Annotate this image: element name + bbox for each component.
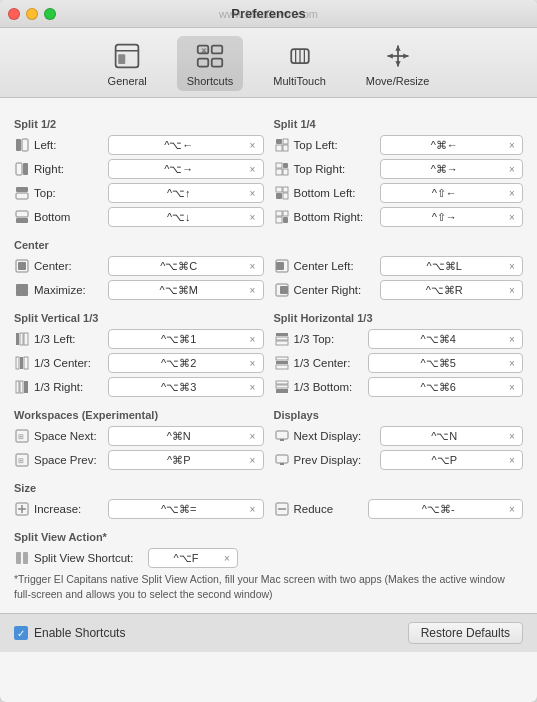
- top-clear[interactable]: ×: [247, 187, 259, 199]
- bottom-field[interactable]: ^⌥↓ ×: [108, 207, 264, 227]
- hthird-bottom-icon: [274, 379, 290, 395]
- third-right-field[interactable]: ^⌥⌘3 ×: [108, 377, 264, 397]
- increase-row: Increase: ^⌥⌘= ×: [14, 499, 264, 519]
- prev-display-field[interactable]: ^⌥P ×: [380, 450, 524, 470]
- svg-marker-16: [387, 53, 392, 58]
- splitview-shortcut: ^⌥F: [153, 552, 219, 565]
- enable-shortcuts-label: Enable Shortcuts: [34, 626, 125, 640]
- svg-rect-2: [118, 54, 125, 64]
- topleft-label: Top Left:: [294, 139, 376, 151]
- centerleft-field[interactable]: ^⌥⌘L ×: [380, 256, 524, 276]
- space-next-row: ⊞ Space Next: ^⌘N ×: [14, 426, 264, 446]
- hthird-bottom-clear[interactable]: ×: [506, 381, 518, 393]
- maximize-button[interactable]: [44, 8, 56, 20]
- toolbar-general[interactable]: General: [98, 36, 157, 91]
- bottomright-field[interactable]: ^⇧→ ×: [380, 207, 524, 227]
- svg-rect-30: [276, 163, 282, 168]
- topleft-shortcut: ^⌘←: [385, 139, 505, 152]
- svg-rect-18: [16, 139, 21, 151]
- restore-defaults-button[interactable]: Restore Defaults: [408, 622, 523, 644]
- topright-clear[interactable]: ×: [506, 163, 518, 175]
- center-right-spacer: [274, 239, 524, 251]
- right-clear[interactable]: ×: [247, 163, 259, 175]
- right-field[interactable]: ^⌥→ ×: [108, 159, 264, 179]
- bottomleft-icon: [274, 185, 290, 201]
- third-right-clear[interactable]: ×: [247, 381, 259, 393]
- topleft-field[interactable]: ^⌘← ×: [380, 135, 524, 155]
- svg-rect-63: [276, 365, 288, 369]
- centerright-label: Center Right:: [294, 284, 376, 296]
- next-display-clear[interactable]: ×: [506, 430, 518, 442]
- hthird-top-field[interactable]: ^⌥⌘4 ×: [368, 329, 524, 349]
- centerleft-clear[interactable]: ×: [506, 260, 518, 272]
- horiz-third-col: Split Horizontal 1/3 1/3 Top: ^⌥⌘4 ×: [274, 304, 524, 401]
- svg-rect-64: [276, 381, 288, 384]
- hthird-top-clear[interactable]: ×: [506, 333, 518, 345]
- svg-rect-44: [16, 284, 28, 296]
- top-label: Top:: [34, 187, 104, 199]
- minimize-button[interactable]: [26, 8, 38, 20]
- bottom-clear[interactable]: ×: [247, 211, 259, 223]
- hthird-center-field[interactable]: ^⌥⌘5 ×: [368, 353, 524, 373]
- svg-rect-56: [20, 381, 23, 393]
- top-field[interactable]: ^⌥↑ ×: [108, 183, 264, 203]
- bottomright-clear[interactable]: ×: [506, 211, 518, 223]
- third-center-field[interactable]: ^⌥⌘2 ×: [108, 353, 264, 373]
- centerleft-shortcut: ^⌥⌘L: [385, 260, 505, 273]
- toolbar-moveresize[interactable]: Move/Resize: [356, 36, 440, 91]
- space-next-clear[interactable]: ×: [247, 430, 259, 442]
- space-prev-field[interactable]: ^⌘P ×: [108, 450, 264, 470]
- space-next-field[interactable]: ^⌘N ×: [108, 426, 264, 446]
- topright-field[interactable]: ^⌘→ ×: [380, 159, 524, 179]
- close-button[interactable]: [8, 8, 20, 20]
- svg-rect-35: [276, 193, 282, 199]
- center-field[interactable]: ^⌥⌘C ×: [108, 256, 264, 276]
- splitview-clear[interactable]: ×: [221, 552, 233, 564]
- centerright-shortcut: ^⌥⌘R: [385, 284, 505, 297]
- svg-rect-36: [283, 187, 288, 192]
- enable-shortcuts-row[interactable]: ✓ Enable Shortcuts: [14, 626, 125, 640]
- next-display-field[interactable]: ^⌥N ×: [380, 426, 524, 446]
- next-display-row: Next Display: ^⌥N ×: [274, 426, 524, 446]
- third-left-clear[interactable]: ×: [247, 333, 259, 345]
- maximize-field[interactable]: ^⌥⌘M ×: [108, 280, 264, 300]
- center-clear[interactable]: ×: [247, 260, 259, 272]
- svg-rect-37: [283, 193, 288, 199]
- topleft-clear[interactable]: ×: [506, 139, 518, 151]
- maximize-clear[interactable]: ×: [247, 284, 259, 296]
- svg-rect-38: [276, 211, 282, 216]
- bottomright-label: Bottom Right:: [294, 211, 376, 223]
- space-prev-clear[interactable]: ×: [247, 454, 259, 466]
- centerright-field[interactable]: ^⌥⌘R ×: [380, 280, 524, 300]
- hthird-center-clear[interactable]: ×: [506, 357, 518, 369]
- next-display-icon: [274, 428, 290, 444]
- bottom-label: Bottom: [34, 211, 104, 223]
- toolbar-multitouch[interactable]: MultiTouch: [263, 36, 336, 91]
- bottomleft-field[interactable]: ^⇧← ×: [380, 183, 524, 203]
- centerleft-label: Center Left:: [294, 260, 376, 272]
- bottomleft-row: Bottom Left: ^⇧← ×: [274, 183, 524, 203]
- enable-shortcuts-checkbox[interactable]: ✓: [14, 626, 28, 640]
- splitview-field[interactable]: ^⌥F ×: [148, 548, 238, 568]
- svg-rect-48: [280, 286, 288, 294]
- left-clear[interactable]: ×: [247, 139, 259, 151]
- svg-rect-51: [24, 333, 28, 345]
- bottomleft-clear[interactable]: ×: [506, 187, 518, 199]
- space-prev-row: ⊞ Space Prev: ^⌘P ×: [14, 450, 264, 470]
- size-title: Size: [14, 482, 264, 494]
- toolbar-shortcuts[interactable]: ⌘ Shortcuts: [177, 36, 243, 91]
- reduce-field[interactable]: ^⌥⌘- ×: [368, 499, 524, 519]
- hthird-bottom-field[interactable]: ^⌥⌘6 ×: [368, 377, 524, 397]
- third-center-row: 1/3 Center: ^⌥⌘2 ×: [14, 353, 264, 373]
- increase-field[interactable]: ^⌥⌘= ×: [108, 499, 264, 519]
- prev-display-clear[interactable]: ×: [506, 454, 518, 466]
- svg-rect-60: [276, 341, 288, 345]
- reduce-clear[interactable]: ×: [506, 503, 518, 515]
- third-left-field[interactable]: ^⌥⌘1 ×: [108, 329, 264, 349]
- left-field[interactable]: ^⌥← ×: [108, 135, 264, 155]
- third-center-clear[interactable]: ×: [247, 357, 259, 369]
- increase-clear[interactable]: ×: [247, 503, 259, 515]
- centerright-clear[interactable]: ×: [506, 284, 518, 296]
- svg-text:⊞: ⊞: [18, 433, 24, 440]
- svg-rect-52: [16, 357, 19, 369]
